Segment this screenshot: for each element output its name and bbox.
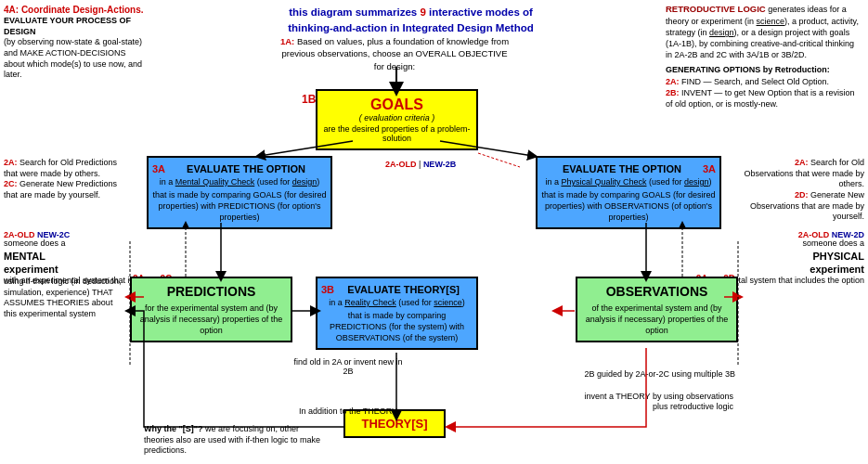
et-sub: in a Reality Check (used for science)	[321, 297, 473, 308]
left-top-desc: (by observing now-state & goal-state) an…	[4, 37, 148, 81]
right-mid-annot: 2A: Search for Old Observations that wer…	[744, 158, 864, 223]
marker-2aold-new2b: 2A-OLD | NEW-2B	[385, 160, 456, 169]
left-mid-annot: 2A: Search for Old Predictions that were…	[4, 158, 124, 201]
gen-item-2a: 2A: FIND — Search, and Select Old Option…	[666, 76, 861, 87]
eval-right-sub3: )	[709, 177, 712, 187]
if-then-text: using if-then logic (in deduction, simul…	[4, 277, 124, 320]
gen-item-2b: 2B: INVENT — to get New Option that is a…	[666, 87, 861, 110]
center-top-1a: 1A: Based on values, plus a foundation o…	[279, 35, 511, 72]
et-science: science	[434, 298, 462, 307]
goals-title: GOALS	[321, 97, 473, 113]
physical-label: PHYSICAL	[670, 250, 864, 263]
right-2a-label: 2A:	[795, 158, 809, 167]
main-container: this diagram summarizes 9 interactive mo…	[0, 0, 868, 464]
find-old-2a: find old in 2A or invent new in 2B	[292, 357, 404, 376]
eval-left-desc: that is made by comparing GOALS (for des…	[152, 189, 327, 223]
someone-left-text: someone does a	[4, 238, 198, 250]
gen-options-title: GENERATING OPTIONS by Retroduction:	[666, 64, 861, 75]
left-top-coord: 4A: Coordinate Design-Actions. EVALUATE …	[4, 4, 148, 81]
left-2c-text: Generate New Predictions that are made b…	[4, 179, 117, 200]
eval-label: EVALUATE YOUR PROCESS OF DESIGN	[4, 16, 148, 37]
theory-title: THEORY[S]	[349, 417, 440, 431]
eval-left-mental: Mental Quality Check	[175, 177, 255, 187]
eval-theory-box: 3B EVALUATE THEORY[S] in a Reality Check…	[316, 277, 478, 350]
goals-desc: are the desired properties of a problem-…	[321, 124, 473, 143]
eval-left-title: EVALUATE THE OPTION	[152, 162, 327, 176]
et-sub2: (used for	[396, 298, 434, 307]
eval-left-sub3: )	[317, 177, 319, 187]
pred-desc: for the experimental system and (by anal…	[136, 303, 287, 336]
guided-2b-label: 2B guided by 2A-or-2C using multiple 3B	[573, 369, 735, 379]
gen-2b-label: 2B:	[666, 88, 680, 97]
left-2a-line: 2A: Search for Old Predictions that were…	[4, 158, 124, 179]
retro-title: RETRODUCTIVE LOGIC	[666, 4, 766, 14]
gen-2b-text: INVENT — to get New Option that is a rev…	[666, 88, 854, 109]
gen-2a-text: FIND — Search, and Select Old Option.	[680, 77, 830, 86]
left-2a-label: 2A:	[4, 158, 18, 167]
coord-label: 4A: Coordinate Design-Actions.	[4, 4, 148, 16]
center-top-text-body: Based on values, plus a foundation of kn…	[281, 36, 509, 71]
et-desc: that is made by comparing PREDICTIONS (f…	[321, 310, 473, 343]
eval-right-design2: design	[684, 177, 709, 187]
observations-box: OBSERVATIONS of the experimental system …	[576, 277, 738, 342]
eval-right-desc: that is made by comparing GOALS (for des…	[541, 189, 716, 223]
header-method: Integrated Design Method	[403, 22, 534, 33]
mental-label: MENTAL	[4, 250, 198, 263]
header-nine: 9	[420, 6, 425, 18]
marker-sep-2b: |	[419, 160, 421, 169]
pred-title: PREDICTIONS	[136, 283, 287, 301]
header-interactive: interactive modes of	[429, 6, 533, 18]
label-1a: 1A:	[280, 36, 294, 46]
eval-right-box: 3A EVALUATE THE OPTION in a Physical Qua…	[536, 156, 721, 229]
guided-text: 2B guided by 2A-or-2C using multiple 3B	[584, 369, 735, 379]
right-2d-line: 2D: Generate New Observations that are m…	[744, 190, 864, 223]
eval-right-3a: 3A	[703, 162, 716, 176]
eval-right-physical: Physical Quality Check	[561, 177, 646, 187]
obs-desc: of the experimental system and (by analy…	[581, 303, 732, 336]
et-title: EVALUATE THEORY[S]	[321, 283, 473, 297]
eval-right-sub2: (used for	[647, 177, 685, 187]
eval-left-box: 3A EVALUATE THE OPTION in a Mental Quali…	[147, 156, 332, 229]
goals-sub: ( evaluation criteria )	[321, 113, 473, 122]
goals-box: GOALS ( evaluation criteria ) are the de…	[316, 89, 478, 150]
invent-text: invent a THEORY by using observations pl…	[584, 392, 733, 412]
right-2d-label: 2D:	[795, 190, 809, 200]
header-thinking: thinking-and-action	[288, 22, 387, 33]
header-part1: this diagram summarizes	[289, 6, 420, 18]
addition-theory-text: In addition to the THEORY	[299, 406, 397, 416]
eval-right-title: EVALUATE THE OPTION	[541, 162, 716, 176]
gen-2a-label: 2A:	[666, 77, 680, 86]
eval-right-sub: in a Physical Quality Check (used for de…	[541, 176, 716, 187]
eval-left-sub1: in a	[160, 177, 175, 187]
predictions-box: PREDICTIONS for the experimental system …	[130, 277, 292, 342]
left-2a-text: Search for Old Predictions that were mad…	[4, 158, 117, 178]
eval-right-sub1: in a	[545, 177, 561, 187]
retro-logic-box: RETRODUCTIVE LOGIC generates ideas for a…	[666, 4, 861, 110]
svg-line-14	[478, 153, 520, 167]
obs-title: OBSERVATIONS	[581, 283, 732, 301]
eval-left-sub: in a Mental Quality Check (used for desi…	[152, 176, 327, 187]
someone-right-text: someone does a	[670, 238, 864, 250]
gen-title: GENERATING OPTIONS by Retroduction:	[666, 65, 830, 74]
eval-left-sub2: (used for	[254, 177, 292, 187]
eval-left-design: design	[292, 177, 317, 187]
left-pred-annot: using if-then logic (in deduction, simul…	[4, 277, 124, 320]
invent-theory-text: invent a THEORY by using observations pl…	[576, 392, 733, 413]
marker-old-2b: 2A-OLD	[385, 160, 417, 169]
marker-new-2b: NEW-2B	[423, 160, 456, 169]
et-3b-label: 3B	[321, 283, 334, 297]
right-2a-line: 2A: Search for Old Observations that wer…	[744, 158, 864, 190]
right-2d-text: Generate New Observations that are made …	[750, 190, 864, 221]
label-1b: 1B	[302, 93, 316, 106]
why-s-label: Why the "[S]"?	[144, 424, 203, 433]
et-reality: Reality Check	[344, 298, 396, 307]
retro-science: science	[757, 17, 785, 26]
find-old-text: find old in 2A or invent new in 2B	[293, 357, 402, 376]
bottom-left-text: Why the "[S]"? we are focusing on, other…	[144, 424, 330, 457]
header-part3: in	[387, 22, 403, 33]
left-2c-label: 2C:	[4, 179, 18, 188]
left-2c-line: 2C: Generate New Predictions that are ma…	[4, 179, 124, 200]
retro-design: design	[709, 28, 734, 37]
et-sub3: )	[462, 298, 465, 307]
bottom-center-text: In addition to the THEORY	[292, 406, 404, 418]
